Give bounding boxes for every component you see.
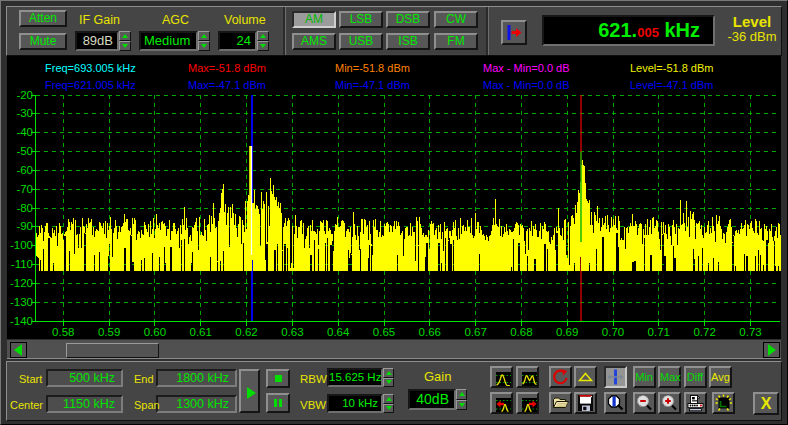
svg-text:-90: -90 xyxy=(16,220,33,232)
svg-text:0.67: 0.67 xyxy=(464,326,486,338)
svg-text:0.63: 0.63 xyxy=(281,326,303,338)
svg-text:-30: -30 xyxy=(16,107,33,119)
svg-text:0.60: 0.60 xyxy=(144,326,166,338)
svg-text:0.71: 0.71 xyxy=(648,326,670,338)
svg-text:0.73: 0.73 xyxy=(739,326,761,338)
svg-text:0.70: 0.70 xyxy=(602,326,624,338)
svg-text:0.65: 0.65 xyxy=(373,326,395,338)
svg-text:-140: -140 xyxy=(10,315,33,327)
svg-text:-60: -60 xyxy=(16,164,33,176)
svg-text:0.62: 0.62 xyxy=(235,326,257,338)
svg-text:-20: -20 xyxy=(16,89,33,101)
svg-text:0.69: 0.69 xyxy=(556,326,578,338)
svg-text:0.68: 0.68 xyxy=(510,326,532,338)
svg-text:0.59: 0.59 xyxy=(98,326,120,338)
svg-text:-100: -100 xyxy=(10,239,33,251)
svg-text:0.64: 0.64 xyxy=(327,326,350,338)
svg-text:-130: -130 xyxy=(10,296,33,308)
svg-text:0.58: 0.58 xyxy=(52,326,74,338)
svg-text:0.66: 0.66 xyxy=(419,326,441,338)
svg-text:-50: -50 xyxy=(16,145,33,157)
svg-text:-80: -80 xyxy=(16,202,33,214)
svg-text:0.61: 0.61 xyxy=(190,326,212,338)
svg-text:-110: -110 xyxy=(11,258,33,270)
svg-text:-70: -70 xyxy=(16,183,33,195)
svg-text:-120: -120 xyxy=(10,277,33,289)
svg-text:-40: -40 xyxy=(16,126,33,138)
svg-text:0.72: 0.72 xyxy=(693,326,715,338)
